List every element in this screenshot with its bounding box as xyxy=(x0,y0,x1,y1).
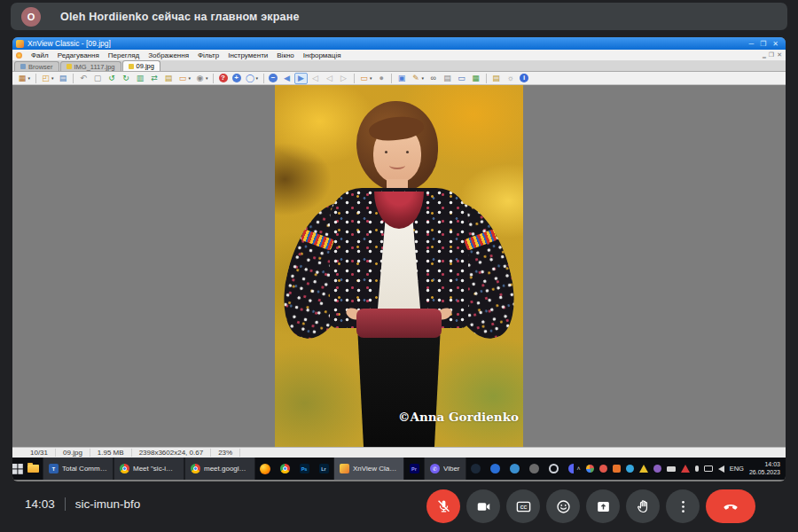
camera-button[interactable] xyxy=(466,489,500,523)
slideshow-button[interactable]: ▭▾ xyxy=(176,73,193,84)
taskbar-firefox[interactable] xyxy=(255,458,275,480)
taskbar-app-blue[interactable] xyxy=(505,458,525,480)
hidden-icons-icon[interactable]: ˄ xyxy=(577,466,581,472)
tray-play-icon[interactable] xyxy=(681,465,690,473)
taskbar-viber[interactable]: ✆Viber xyxy=(424,458,466,480)
previous-image-button[interactable]: ◀ xyxy=(280,73,293,84)
language-indicator[interactable]: ENG xyxy=(730,465,744,473)
zoom-out-icon: − xyxy=(269,74,278,82)
dropdown-arrow-icon: ▾ xyxy=(28,75,31,81)
menu-Інструменти[interactable]: Інструменти xyxy=(223,51,272,59)
open-folder-icon: ◰ xyxy=(41,74,51,83)
tray-volume-icon[interactable] xyxy=(718,466,724,473)
maximize-button[interactable]: ❐ xyxy=(760,40,766,48)
mdi-close-button[interactable]: ✕ xyxy=(777,51,782,59)
close-button[interactable]: ✕ xyxy=(772,40,778,48)
zoom-button[interactable]: ◯▾ xyxy=(244,73,261,84)
next-page-button[interactable]: ▷ xyxy=(337,73,350,84)
menu-Інформація[interactable]: Інформація xyxy=(299,51,346,59)
menu-Перегляд[interactable]: Перегляд xyxy=(104,51,145,59)
mdi-restore-button[interactable]: ❐ xyxy=(769,51,774,59)
menu-Зображення[interactable]: Зображення xyxy=(144,51,193,59)
menu-Файл[interactable]: Файл xyxy=(27,51,53,59)
rotate-right-button[interactable]: ↻ xyxy=(120,73,133,84)
tray-display-icon[interactable] xyxy=(704,466,713,472)
fullscreen-button[interactable]: ▭▾ xyxy=(357,73,374,84)
edit-icon: ✎ xyxy=(411,74,421,83)
open-folder-button[interactable]: ◰▾ xyxy=(39,73,56,84)
minimize-button[interactable]: ─ xyxy=(748,40,754,48)
print-button[interactable]: ▤ xyxy=(441,73,454,84)
present-screen-button[interactable] xyxy=(586,489,620,523)
status-field-3: 2398x3602x24, 0.67 xyxy=(132,449,212,457)
menu-Фільтр[interactable]: Фільтр xyxy=(193,51,223,59)
properties-button[interactable]: ▤ xyxy=(489,73,503,84)
start-button[interactable] xyxy=(12,458,23,480)
taskbar-lightroom[interactable]: Lr xyxy=(314,458,333,480)
more-options-button[interactable] xyxy=(666,489,700,523)
search-button[interactable]: ∞ xyxy=(426,73,440,84)
tab-icon xyxy=(129,64,134,69)
taskbar-gimp[interactable] xyxy=(525,458,544,480)
tray-warning-icon[interactable] xyxy=(639,465,648,473)
tray-telegram-icon[interactable] xyxy=(626,465,634,473)
menu-Редагування[interactable]: Редагування xyxy=(53,51,104,59)
capture-button[interactable]: ◉▾ xyxy=(193,73,210,84)
tab-Browser[interactable]: Browser xyxy=(14,61,59,71)
thumbnail-button[interactable]: ▦ xyxy=(469,73,482,84)
settings-button[interactable]: ☼ xyxy=(504,73,517,84)
set-wallpaper-button[interactable]: ▭ xyxy=(455,73,468,84)
tab-09.jpg[interactable]: 09.jpg xyxy=(122,60,160,71)
tray-colorful-icon[interactable] xyxy=(586,465,594,473)
undo-button[interactable]: ↶ xyxy=(77,73,90,84)
info-button[interactable]: i xyxy=(518,73,530,84)
resize-button[interactable]: ▣ xyxy=(395,73,409,84)
taskbar-photoshop[interactable]: Ps xyxy=(294,458,314,480)
menu-Вікно[interactable]: Вікно xyxy=(272,51,298,59)
taskbar-meet-window[interactable]: Meet "sic-imu... xyxy=(113,458,184,480)
tab-IMG_1117.jpg[interactable]: IMG_1117.jpg xyxy=(60,61,121,71)
next-image-button[interactable]: ▶ xyxy=(294,73,308,84)
tray-viber-icon[interactable] xyxy=(653,465,661,473)
taskbar-media-player[interactable] xyxy=(486,458,505,480)
raise-hand-button[interactable] xyxy=(626,489,660,523)
previous-page-button[interactable]: ◁ xyxy=(323,73,336,84)
batch-button[interactable]: ▤ xyxy=(162,73,176,84)
image-edit-button[interactable]: ▥ xyxy=(134,73,147,84)
toolbar-separator xyxy=(391,74,392,83)
presenter-banner: O Oleh Hordiienko сейчас на главном экра… xyxy=(11,3,787,30)
tray-battery-icon[interactable] xyxy=(667,466,676,472)
taskbar-chrome[interactable] xyxy=(275,458,294,480)
zoom-in-button[interactable]: + xyxy=(231,73,243,84)
tray-mic-icon[interactable] xyxy=(695,466,699,472)
taskbar-meet-google-tab[interactable]: meet.google.c... xyxy=(184,458,255,480)
taskbar-file-explorer[interactable] xyxy=(23,458,43,480)
tray-orange-app-icon[interactable] xyxy=(613,465,621,473)
save-button[interactable]: ▤ xyxy=(57,73,70,84)
taskbar-xnview-classic[interactable]: XnView Classic ... xyxy=(333,458,404,480)
zoom-out-button[interactable]: − xyxy=(267,73,279,84)
tray-clock[interactable]: 14:0326.05.2023 xyxy=(749,461,780,477)
mdi-minimize-button[interactable]: ‗ xyxy=(763,51,766,59)
xnview-tabbar: BrowserIMG_1117.jpg09.jpg xyxy=(12,61,786,72)
meet-bottom-bar: 14:03 sic-imun-bfo CC xyxy=(0,481,798,532)
browser-button[interactable]: ▦▾ xyxy=(16,73,33,84)
taskbar-button-label: meet.google.c... xyxy=(204,465,249,473)
taskbar-obs[interactable] xyxy=(544,458,564,480)
hang-up-button[interactable] xyxy=(706,489,755,523)
tray-red-app-icon[interactable] xyxy=(599,465,607,473)
reactions-button[interactable] xyxy=(546,489,580,523)
crop-button[interactable]: ▢ xyxy=(91,73,105,84)
edit-button[interactable]: ✎▾ xyxy=(410,73,426,84)
convert-button[interactable]: ⇄ xyxy=(148,73,161,84)
taskbar-premiere[interactable]: Pr xyxy=(404,458,424,480)
rotate-left-button[interactable]: ↺ xyxy=(106,73,119,84)
first-page-button[interactable]: ◁ xyxy=(309,73,322,84)
help-button[interactable]: ? xyxy=(217,73,230,84)
taskbar-discord[interactable] xyxy=(564,458,574,480)
captions-button[interactable]: CC xyxy=(506,489,540,523)
lock-button[interactable]: ● xyxy=(375,73,388,84)
taskbar-total-commander[interactable]: TTotal Comman... xyxy=(43,458,113,480)
taskbar-steam[interactable] xyxy=(466,458,486,480)
microphone-muted-button[interactable] xyxy=(426,489,460,523)
